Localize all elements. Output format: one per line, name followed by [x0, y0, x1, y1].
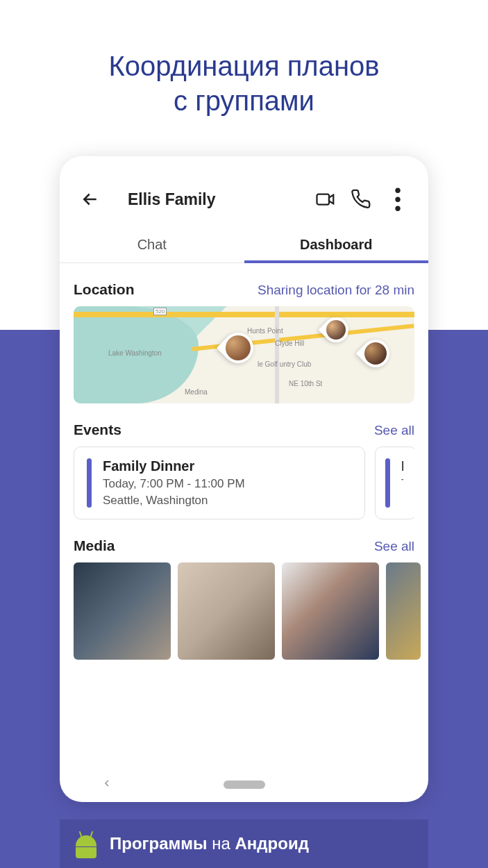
- promo-line1: Координация планов: [109, 51, 380, 81]
- map-road: [275, 306, 279, 403]
- event-title: Family Dinner: [103, 458, 352, 474]
- system-home-button[interactable]: [224, 781, 265, 789]
- promo-line2: с группами: [174, 85, 314, 116]
- events-section: Events See all Family Dinner Today, 7:00…: [60, 403, 428, 519]
- map-label-lake: Lake Washington: [108, 349, 162, 357]
- media-thumbnail[interactable]: [386, 562, 421, 660]
- media-thumbnail[interactable]: [282, 562, 379, 660]
- tab-dashboard[interactable]: Dashboard: [244, 226, 429, 262]
- video-call-button[interactable]: [312, 185, 339, 213]
- banner-text: Программы на Андроид: [110, 834, 309, 853]
- event-title: M: [401, 458, 403, 474]
- map-label-medina: Medina: [185, 388, 208, 396]
- more-options-button[interactable]: •••: [384, 185, 412, 213]
- media-title: Media: [74, 537, 115, 554]
- chat-title[interactable]: Ellis Family: [128, 190, 303, 209]
- map-label-hunts: Hunts Point: [247, 327, 283, 335]
- map-label-clyde: Clyde Hill: [275, 340, 304, 347]
- map-road: [74, 312, 414, 317]
- phone-icon: [351, 189, 372, 210]
- media-thumbnail[interactable]: [74, 562, 171, 660]
- more-vertical-icon: •••: [394, 186, 401, 213]
- map-pin-user3[interactable]: [356, 334, 396, 374]
- map-label-hwy: 520: [153, 308, 167, 315]
- back-arrow-icon: [80, 189, 101, 210]
- android-icon: [74, 830, 99, 858]
- event-accent-bar: [87, 458, 92, 508]
- tab-bar: Chat Dashboard: [60, 226, 428, 263]
- map-pin-user2[interactable]: [319, 312, 354, 348]
- tab-chat[interactable]: Chat: [60, 226, 244, 262]
- back-button[interactable]: [76, 185, 104, 213]
- event-time: To: [401, 477, 403, 491]
- events-list[interactable]: Family Dinner Today, 7:00 PM - 11:00 PM …: [74, 446, 414, 519]
- event-time: Today, 7:00 PM - 11:00 PM: [103, 477, 352, 491]
- system-nav-bar: [60, 767, 428, 802]
- svg-rect-0: [317, 194, 330, 205]
- event-accent-bar: [385, 458, 390, 508]
- media-thumbnail[interactable]: [178, 562, 275, 660]
- banner-word3: Андроид: [235, 834, 309, 853]
- map-label-golf: le Golf untry Club: [258, 360, 311, 368]
- video-icon: [315, 189, 336, 210]
- events-see-all[interactable]: See all: [374, 423, 414, 438]
- avatar: [364, 342, 387, 365]
- banner-word2: на: [208, 834, 235, 853]
- events-title: Events: [74, 422, 121, 438]
- location-status[interactable]: Sharing location for 28 min: [258, 283, 414, 298]
- app-bar: Ellis Family •••: [60, 156, 428, 226]
- location-section: Location Sharing location for 28 min Lak…: [60, 263, 428, 403]
- avatar: [226, 335, 251, 360]
- event-card[interactable]: M To: [375, 446, 414, 519]
- map-label-ne10: NE 10th St: [289, 380, 322, 387]
- promo-banner[interactable]: Программы на Андроид: [60, 819, 428, 868]
- chevron-left-icon: [101, 778, 112, 789]
- media-see-all[interactable]: See all: [374, 539, 414, 554]
- system-back-button[interactable]: [101, 778, 112, 792]
- media-section: Media See all: [60, 519, 428, 554]
- audio-call-button[interactable]: [348, 185, 376, 213]
- event-location: Seattle, Washington: [103, 494, 352, 508]
- location-title: Location: [74, 281, 135, 298]
- phone-frame: Ellis Family ••• Chat Dashboard Location…: [60, 156, 428, 802]
- event-card[interactable]: Family Dinner Today, 7:00 PM - 11:00 PM …: [74, 446, 365, 519]
- media-list[interactable]: [60, 562, 428, 660]
- promo-title: Координация планов с группами: [0, 49, 488, 118]
- banner-word1: Программы: [110, 834, 208, 853]
- location-map[interactable]: Lake Washington Medina Hunts Point Clyde…: [74, 306, 414, 403]
- avatar: [326, 320, 346, 340]
